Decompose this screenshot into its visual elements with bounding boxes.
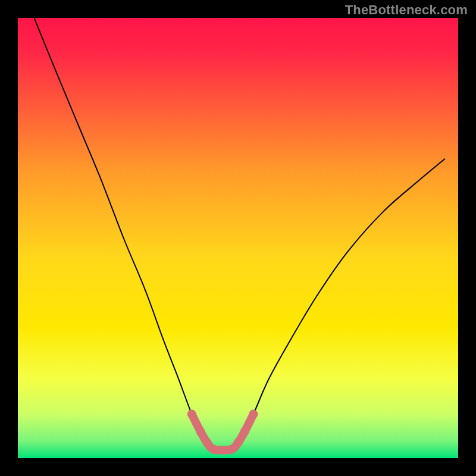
gradient-background bbox=[18, 18, 458, 458]
svg-point-0 bbox=[187, 410, 196, 419]
svg-point-7 bbox=[249, 410, 258, 419]
svg-point-2 bbox=[203, 439, 212, 447]
bottleneck-chart bbox=[0, 0, 476, 476]
svg-point-1 bbox=[196, 427, 205, 436]
chart-frame: { "watermark": "TheBottleneck.com", "cha… bbox=[0, 0, 476, 476]
svg-point-6 bbox=[240, 427, 249, 436]
watermark-text: TheBottleneck.com bbox=[345, 2, 468, 18]
svg-point-5 bbox=[234, 439, 243, 447]
svg-point-3 bbox=[209, 445, 218, 454]
svg-point-4 bbox=[227, 445, 236, 454]
